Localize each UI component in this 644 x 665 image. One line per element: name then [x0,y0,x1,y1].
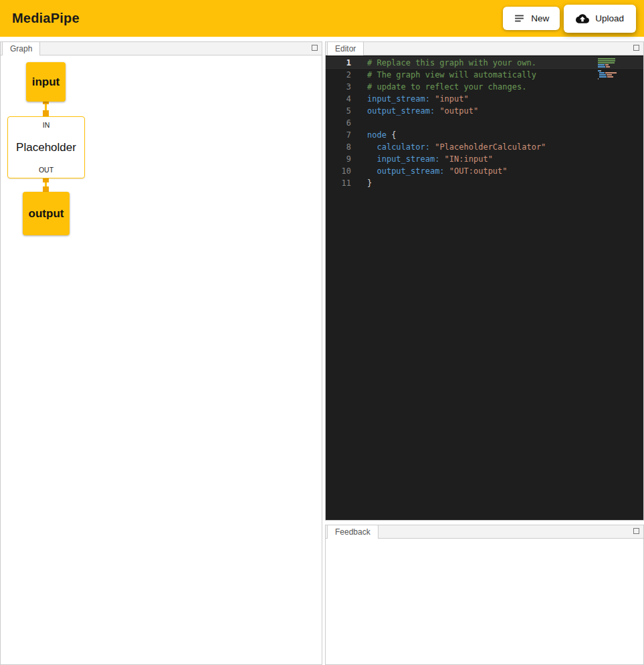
in-port-label: IN [43,121,50,129]
code-editor[interactable]: 1# Replace this graph with your own.2# T… [326,55,643,520]
line-number: 10 [326,165,351,177]
app-header: MediaPipe New Upload [0,0,644,37]
code-line: 11} [326,177,643,189]
code-line: 6 [326,117,643,129]
graph-node-output[interactable]: output [23,192,70,235]
maximize-icon[interactable] [633,528,639,534]
graph-node-placeholder[interactable]: IN Placeholder OUT [7,116,85,178]
new-list-icon [514,13,525,24]
line-number: 2 [326,69,351,81]
cloud-upload-icon [576,12,589,25]
editor-panel: Editor 1# Replace this graph with your o… [325,41,644,521]
code-line: 2# The graph view will automatically [326,69,643,81]
port-square [43,110,49,116]
app-title: MediaPipe [0,11,80,26]
new-button[interactable]: New [503,7,560,30]
line-number: 11 [326,177,351,189]
line-number: 1 [326,57,351,69]
maximize-icon[interactable] [312,45,318,51]
code-line: 3# update to reflect your changes. [326,81,643,93]
feedback-content [326,539,643,664]
feedback-panel: Feedback [325,525,644,665]
line-number: 3 [326,81,351,93]
code-line: 1# Replace this graph with your own. [326,57,643,69]
line-number: 8 [326,141,351,153]
header-buttons: New Upload [503,0,636,37]
code-line: 9 input_stream: "IN:input" [326,153,643,165]
out-port-label: OUT [39,166,53,174]
code-line: 7node { [326,129,643,141]
code-line: 8 calculator: "PlaceholderCalculator" [326,141,643,153]
graph-tabbar: Graph [1,42,322,55]
tab-editor[interactable]: Editor [327,41,364,55]
line-number: 7 [326,129,351,141]
code-line: 4input_stream: "input" [326,93,643,105]
new-button-label: New [531,13,549,23]
code-line: 10 output_stream: "OUT:output" [326,165,643,177]
code-lines: 1# Replace this graph with your own.2# T… [326,57,643,189]
line-number: 4 [326,93,351,105]
graph-canvas[interactable]: input IN Placeholder OUT output [1,55,322,664]
placeholder-node-title: Placeholder [16,141,76,154]
tab-feedback[interactable]: Feedback [327,525,379,539]
line-number: 5 [326,105,351,117]
graph-panel: Graph input IN Placeholder OUT output [0,41,322,665]
line-number: 9 [326,153,351,165]
code-line: 5output_stream: "output" [326,105,643,117]
feedback-tabbar: Feedback [326,525,643,539]
tab-graph[interactable]: Graph [2,41,40,55]
graph-node-input[interactable]: input [26,62,66,102]
editor-tabbar: Editor [326,42,643,55]
upload-button-label: Upload [595,13,624,23]
minimap[interactable] [598,58,633,80]
maximize-icon[interactable] [633,45,639,51]
upload-button[interactable]: Upload [564,5,636,33]
line-number: 6 [326,117,351,129]
